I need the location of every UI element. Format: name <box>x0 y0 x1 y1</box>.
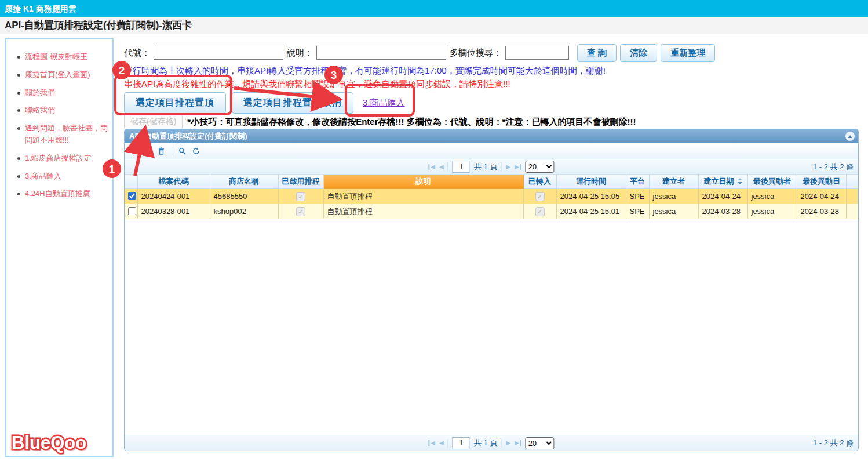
cell-schedule-enabled[interactable]: ✓ <box>278 189 323 204</box>
code-label: 代號： <box>124 48 150 59</box>
clear-button[interactable]: 清除 <box>620 44 657 62</box>
sidebar-item-contact[interactable]: 聯絡我們 <box>17 104 108 117</box>
panel-header: API-自動置頂排程設定(付費訂閱制) <box>125 129 858 143</box>
edit-pencil-icon[interactable] <box>144 147 151 155</box>
cell-created-date[interactable]: 2024-03-28 <box>698 204 747 219</box>
sidebar-item-shop-auth[interactable]: 1.蝦皮商店授權設定 <box>17 153 108 165</box>
next-page-icon[interactable]: ▶ <box>506 164 510 170</box>
cell-last-modifier[interactable]: jessica <box>747 189 797 204</box>
column-header-file-code[interactable]: 檔案代碼 <box>137 175 210 189</box>
pager-controls: ◀ ◀ 共 1 頁 ▶ ▶ 20 <box>428 159 554 174</box>
cell-description[interactable]: 自動置頂排程 <box>323 204 523 219</box>
first-page-icon[interactable]: ◀ <box>428 164 435 170</box>
sidebar-menu: 流程圖-蝦皮對帳王 康捷首頁(登入畫面) 關於我們 聯絡我們 遇到問題，臉書社團… <box>6 51 112 200</box>
row-select-cell <box>125 189 137 204</box>
cell-creator[interactable]: jessica <box>649 204 698 219</box>
select-column-header <box>125 175 137 189</box>
add-icon[interactable] <box>130 147 137 155</box>
cell-imported[interactable]: ✓ <box>523 189 556 204</box>
cell-platform[interactable]: SPE <box>626 204 649 219</box>
sidebar-item-label: 遇到問題，臉書社團，問問題不用錢!!! <box>25 124 108 144</box>
column-header-schedule-enabled[interactable]: 已啟用排程 <box>278 175 323 189</box>
cell-description[interactable]: 自動置頂排程 <box>323 189 523 204</box>
checked-disabled-icon: ✓ <box>296 207 305 216</box>
cell-created-date[interactable]: 2024-04-24 <box>698 189 747 204</box>
sidebar-item-auto-top-promo[interactable]: 4.24H自動置頂推廣 <box>17 188 108 200</box>
chevron-up-icon[interactable] <box>845 132 855 141</box>
notice-api-warning: 串接API為高度複雜性的作業，煩請與我們聯繫相關設定事宜，避免自動置頂同步錯誤，… <box>124 79 510 90</box>
desc-input[interactable] <box>316 46 446 60</box>
total-pages-label: 共 1 頁 <box>474 438 497 448</box>
cell-shop-name[interactable]: 45685550 <box>210 189 278 204</box>
column-header-run-time[interactable]: 運行時間 <box>556 175 626 189</box>
first-page-icon[interactable]: ◀ <box>428 440 435 446</box>
prev-page-icon[interactable]: ◀ <box>439 440 444 446</box>
cell-last-modified[interactable]: 2024-03-28 <box>797 204 846 219</box>
row-checkbox[interactable] <box>128 207 136 215</box>
cell-file-code[interactable]: 20240424-001 <box>137 189 210 204</box>
last-page-icon[interactable]: ▶ <box>515 164 521 170</box>
panel-title: API-自動置頂排程設定(付費訂閱制) <box>129 132 247 140</box>
app-title-bar: 康捷 K1 商務應用雲 <box>0 0 868 17</box>
record-range-label: 1 - 2 共 2 條 <box>813 435 854 451</box>
sidebar-item-product-import[interactable]: 3.商品匯入 <box>17 170 108 183</box>
column-header-created-date[interactable]: 建立日期 <box>698 175 747 189</box>
tips-row: 儲存(儲存格) *小技巧：可直接點儲存格修改，修改後請按Enter存檔!!! 多… <box>124 114 636 129</box>
data-table: 檔案代碼 商店名稱 已啟用排程 說明 已轉入 運行時間 平台 建立者 建立日期 … <box>125 175 858 219</box>
unpin-selected-button[interactable]: 選定項目排程置頂取消 <box>232 92 353 114</box>
delete-trash-icon[interactable] <box>158 147 165 155</box>
page-number-input[interactable] <box>453 437 470 449</box>
column-header-description[interactable]: 說明 <box>323 175 523 189</box>
last-page-icon[interactable]: ▶ <box>515 440 521 446</box>
page-size-select[interactable]: 20 <box>526 437 555 449</box>
save-cell-button[interactable]: 儲存(儲存格) <box>124 114 183 130</box>
column-header-last-modifier[interactable]: 最後異動者 <box>747 175 797 189</box>
cell-platform[interactable]: SPE <box>626 189 649 204</box>
prev-page-icon[interactable]: ◀ <box>439 164 444 170</box>
column-header-creator[interactable]: 建立者 <box>649 175 698 189</box>
cell-run-time[interactable]: 2024-04-25 15:05 <box>556 189 626 204</box>
product-import-link[interactable]: 3.商品匯入 <box>363 97 405 108</box>
multi-search-label: 多欄位搜尋： <box>450 48 502 59</box>
row-select-cell <box>125 204 137 219</box>
pin-selected-button[interactable]: 選定項目排程置頂 <box>124 92 226 114</box>
column-header-last-modified[interactable]: 最後異動日 <box>797 175 846 189</box>
main-content: 代號： 說明： 多欄位搜尋： 查 詢 清除 重新整理 運行時間為上次轉入的時間，… <box>121 38 859 452</box>
total-pages-label: 共 1 頁 <box>474 162 497 172</box>
column-header-label: 建立日期 <box>704 177 734 186</box>
next-page-icon[interactable]: ▶ <box>506 440 510 446</box>
cell-file-code[interactable]: 20240328-001 <box>137 204 210 219</box>
cell-last-modifier[interactable]: jessica <box>747 204 797 219</box>
multi-search-input[interactable] <box>505 46 569 60</box>
sidebar-item-label: 4.24H自動置頂推廣 <box>25 189 90 198</box>
sidebar-item-home[interactable]: 康捷首頁(登入畫面) <box>17 69 108 81</box>
cell-shop-name[interactable]: kshop002 <box>210 204 278 219</box>
cell-last-modified[interactable]: 2024-04-24 <box>797 189 846 204</box>
grid-empty-area <box>125 219 858 435</box>
sidebar-item-flowchart[interactable]: 流程圖-蝦皮對帳王 <box>17 51 108 63</box>
column-header-imported[interactable]: 已轉入 <box>523 175 556 189</box>
column-header-shop-name[interactable]: 商店名稱 <box>210 175 278 189</box>
code-input[interactable] <box>154 46 283 60</box>
cell-creator[interactable]: jessica <box>649 189 698 204</box>
sort-icon[interactable] <box>737 178 742 184</box>
sidebar-item-facebook-group[interactable]: 遇到問題，臉書社團，問問題不用錢!!! <box>17 122 108 147</box>
sidebar: 流程圖-蝦皮對帳王 康捷首頁(登入畫面) 關於我們 聯絡我們 遇到問題，臉書社團… <box>5 38 114 457</box>
cell-schedule-enabled[interactable]: ✓ <box>278 204 323 219</box>
sidebar-item-label: 關於我們 <box>25 88 55 97</box>
cell-run-time[interactable]: 2024-04-25 15:01 <box>556 204 626 219</box>
page-header: API-自動置頂排程設定(付費訂閱制)-潔西卡 <box>0 17 868 34</box>
refresh-button[interactable]: 重新整理 <box>661 44 715 62</box>
page-number-input[interactable] <box>453 161 470 173</box>
tips-text: *小技巧：可直接點儲存格修改，修改後請按Enter存檔!!! 多欄位為：代號、說… <box>187 117 636 128</box>
cell-imported[interactable]: ✓ <box>523 204 556 219</box>
reload-icon[interactable] <box>192 147 200 155</box>
search-icon[interactable] <box>178 147 186 155</box>
filler-cell <box>846 204 858 219</box>
page-size-select[interactable]: 20 <box>526 161 555 173</box>
sidebar-item-about[interactable]: 關於我們 <box>17 87 108 99</box>
sidebar-item-label: 3.商品匯入 <box>25 172 61 180</box>
row-checkbox[interactable] <box>128 192 136 200</box>
query-button[interactable]: 查 詢 <box>577 44 617 62</box>
column-header-platform[interactable]: 平台 <box>626 175 649 189</box>
